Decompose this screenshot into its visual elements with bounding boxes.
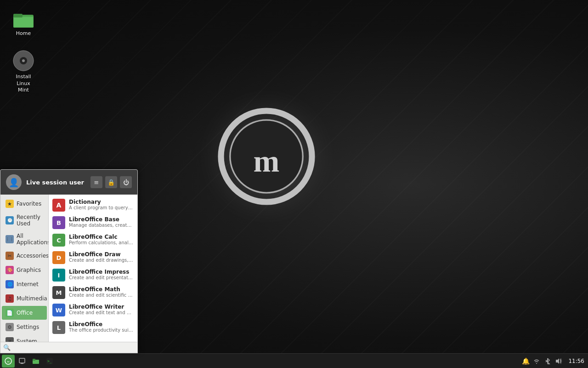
app-item-libreoffice-math[interactable]: M LibreOffice Math Create and edit scien… (49, 284, 137, 301)
user-avatar: 👤 (6, 174, 22, 190)
svg-rect-6 (14, 17, 33, 27)
libreoffice-impress-info: LibreOffice Impress Create and edit pres… (69, 269, 134, 280)
libreoffice-draw-icon: D (52, 251, 65, 264)
sidebar-item-internet[interactable]: 🌐 Internet (2, 277, 47, 291)
libreoffice-base-icon: B (52, 216, 65, 229)
libreoffice-math-name: LibreOffice Math (69, 286, 134, 293)
notification-bell-icon[interactable]: 🔔 (521, 357, 530, 365)
taskbar: m >_ � (0, 353, 588, 368)
desktop-icons: Home Install LinuxMint (7, 5, 40, 95)
app-item-libreoffice-base[interactable]: B LibreOffice Base Manage databases, cre… (49, 214, 137, 231)
settings-label: Settings (17, 324, 39, 330)
menu-header: 👤 Live session user ≡ 🔒 ⏻ (0, 170, 137, 195)
app-item-libreoffice-impress[interactable]: I LibreOffice Impress Create and edit pr… (49, 266, 137, 284)
menu-sidebar: ★ Favorites 🕐 Recently Used ⋮⋮ All Appli… (0, 195, 49, 342)
all-apps-icon: ⋮⋮ (6, 235, 14, 243)
libreoffice-base-info: LibreOffice Base Manage databases, creat… (69, 216, 134, 228)
menu-body: ★ Favorites 🕐 Recently Used ⋮⋮ All Appli… (0, 195, 137, 342)
libreoffice-writer-desc: Create and edit text and graphics in let… (69, 310, 134, 315)
app-item-libreoffice[interactable]: L LibreOffice The office productivity su… (49, 319, 137, 336)
taskbar-right: 🔔 (521, 357, 588, 365)
graphics-icon: 🎨 (6, 266, 14, 274)
sidebar-item-recently-used[interactable]: 🕐 Recently Used (2, 211, 47, 230)
svg-rect-15 (33, 359, 35, 361)
libreoffice-impress-icon: I (52, 269, 65, 282)
office-icon: 📄 (6, 309, 14, 317)
libreoffice-icon: L (52, 321, 65, 334)
files-taskbar-button[interactable] (29, 355, 42, 368)
power-header-button[interactable]: ⏻ (120, 176, 132, 188)
libreoffice-calc-icon: C (52, 234, 65, 247)
multimedia-label: Multimedia (17, 295, 47, 302)
app-item-libreoffice-draw[interactable]: D LibreOffice Draw Create and edit drawi… (49, 249, 137, 266)
internet-label: Internet (17, 281, 39, 288)
app-item-libreoffice-writer[interactable]: W LibreOffice Writer Create and edit tex… (49, 301, 137, 319)
sidebar-item-multimedia[interactable]: ♫ Multimedia (2, 292, 47, 305)
header-action-buttons: ≡ 🔒 ⏻ (90, 176, 132, 188)
libreoffice-writer-name: LibreOffice Writer (69, 304, 134, 310)
dictionary-icon: A (52, 199, 65, 212)
favorites-label: Favorites (17, 201, 41, 207)
sidebar-item-all-applications[interactable]: ⋮⋮ All Applications (2, 230, 47, 248)
libreoffice-draw-info: LibreOffice Draw Create and edit drawing… (69, 251, 134, 263)
volume-icon[interactable] (554, 357, 563, 365)
svg-rect-5 (13, 14, 23, 17)
accessories-icon: ✂ (6, 252, 14, 260)
sidebar-item-system[interactable]: 🖥 System (2, 334, 47, 342)
network-icon[interactable] (532, 357, 541, 365)
user-name: Live session user (26, 179, 86, 186)
mint-logo: m (211, 101, 322, 212)
app-item-dictionary[interactable]: A Dictionary A client program to query d… (49, 196, 137, 214)
system-icon: 🖥 (6, 337, 14, 342)
show-desktop-button[interactable] (16, 355, 28, 368)
libreoffice-base-desc: Manage databases, create queries and r..… (69, 223, 134, 228)
multimedia-icon: ♫ (6, 294, 14, 303)
svg-rect-12 (19, 358, 25, 363)
sidebar-item-favorites[interactable]: ★ Favorites (2, 197, 47, 211)
home-folder-icon (12, 6, 34, 29)
libreoffice-math-info: LibreOffice Math Create and edit scienti… (69, 286, 134, 298)
recently-used-label: Recently Used (17, 214, 43, 227)
svg-text:m: m (7, 360, 10, 363)
recently-used-icon: 🕐 (6, 216, 14, 224)
libreoffice-base-name: LibreOffice Base (69, 216, 134, 223)
search-input[interactable] (12, 344, 135, 351)
start-menu-button[interactable]: m (2, 355, 15, 368)
libreoffice-calc-info: LibreOffice Calc Perform calculations, a… (69, 234, 134, 245)
desktop-icon-install-mint[interactable]: Install LinuxMint (7, 48, 40, 95)
svg-rect-13 (21, 363, 23, 364)
libreoffice-impress-name: LibreOffice Impress (69, 269, 134, 275)
svg-text:>_: >_ (47, 359, 52, 363)
start-menu: 👤 Live session user ≡ 🔒 ⏻ ★ Favorites 🕐 … (0, 169, 138, 353)
libreoffice-calc-name: LibreOffice Calc (69, 234, 134, 240)
app-item-libreoffice-calc[interactable]: C LibreOffice Calc Perform calculations,… (49, 231, 137, 249)
sidebar-item-accessories[interactable]: ✂ Accessories (2, 249, 47, 263)
accessories-label: Accessories (17, 253, 49, 259)
desktop-icon-home[interactable]: Home (7, 5, 40, 39)
dictionary-desc: A client program to query different dict… (69, 205, 134, 210)
libreoffice-writer-info: LibreOffice Writer Create and edit text … (69, 304, 134, 315)
svg-marker-18 (556, 358, 559, 364)
sidebar-item-office[interactable]: 📄 Office (2, 306, 47, 320)
home-icon-label: Home (16, 30, 31, 37)
terminal-taskbar-button[interactable]: >_ (43, 355, 56, 368)
libreoffice-draw-name: LibreOffice Draw (69, 251, 134, 258)
bluetooth-icon[interactable] (543, 357, 552, 365)
libreoffice-desc: The office productivity suite compatible… (69, 328, 134, 333)
all-apps-label: All Applications (17, 233, 49, 246)
libreoffice-calc-desc: Perform calculations, analyze informati.… (69, 240, 134, 245)
sidebar-item-graphics[interactable]: 🎨 Graphics (2, 263, 47, 277)
internet-icon: 🌐 (6, 280, 14, 288)
svg-text:m: m (254, 144, 280, 178)
search-bar: 🔍 (0, 342, 137, 353)
libreoffice-draw-desc: Create and edit drawings, flow charts an… (69, 258, 134, 263)
favorites-icon: ★ (6, 200, 14, 208)
office-label: Office (17, 310, 33, 316)
taskbar-left: m >_ (0, 355, 56, 368)
libreoffice-writer-icon: W (52, 304, 65, 316)
files-header-button[interactable]: ≡ (90, 176, 102, 188)
system-label: System (17, 338, 37, 342)
lock-header-button[interactable]: 🔒 (105, 176, 117, 188)
sidebar-item-settings[interactable]: ⚙ Settings (2, 320, 47, 334)
dictionary-info: Dictionary A client program to query dif… (69, 199, 134, 210)
